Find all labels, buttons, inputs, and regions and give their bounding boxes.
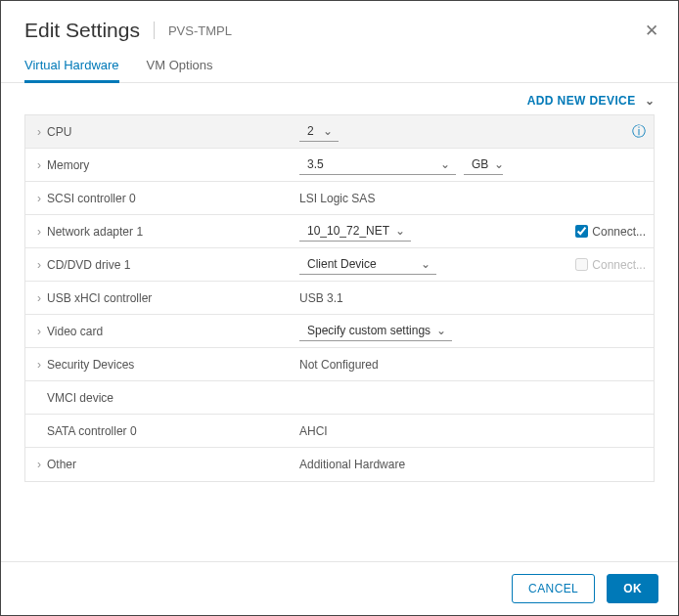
- chevron-right-icon[interactable]: ›: [31, 192, 47, 205]
- dialog-subtitle: PVS-TMPL: [168, 23, 232, 38]
- row-label: VMCI device: [47, 391, 299, 405]
- row-other: › Other Additional Hardware: [25, 448, 654, 481]
- network-connect-wrap: Connect...: [575, 225, 646, 239]
- row-network: › Network adapter 1 10_10_72_NET ⌄ Conne…: [25, 215, 654, 248]
- memory-unit-select[interactable]: GB ⌄: [464, 154, 503, 175]
- dialog-footer: CANCEL OK: [1, 561, 678, 615]
- chevron-down-icon: ⌄: [395, 224, 405, 238]
- divider: [154, 22, 155, 39]
- usb-value: USB 3.1: [299, 291, 343, 305]
- cd-connect-checkbox: [575, 258, 588, 271]
- chevron-right-icon[interactable]: ›: [31, 458, 47, 471]
- video-select[interactable]: Specify custom settings ⌄: [299, 321, 452, 341]
- network-select[interactable]: 10_10_72_NET ⌄: [299, 221, 411, 242]
- chevron-right-icon[interactable]: ›: [31, 158, 47, 172]
- row-cd: › CD/DVD drive 1 Client Device ⌄ Connect…: [25, 248, 654, 282]
- chevron-down-icon: ⌄: [323, 124, 333, 138]
- network-connect-label: Connect...: [592, 225, 646, 239]
- info-icon[interactable]: ⓘ: [632, 123, 646, 141]
- action-bar: ADD NEW DEVICE ⌄: [1, 83, 678, 114]
- row-label: Video card: [47, 325, 299, 338]
- tab-virtual-hardware[interactable]: Virtual Hardware: [24, 58, 119, 83]
- cd-value: Client Device: [307, 257, 377, 271]
- row-label: Network adapter 1: [47, 225, 299, 239]
- spacer: [1, 482, 678, 561]
- memory-value: 3.5: [307, 157, 324, 171]
- chevron-down-icon: ⌄: [494, 157, 504, 171]
- tabbar: Virtual Hardware VM Options: [1, 48, 678, 83]
- row-sata: SATA controller 0 AHCI: [25, 415, 654, 448]
- chevron-right-icon[interactable]: ›: [31, 325, 47, 338]
- cancel-button[interactable]: CANCEL: [512, 574, 595, 603]
- row-vmci: VMCI device: [25, 381, 654, 415]
- row-label: Other: [47, 458, 299, 471]
- cd-connect-label: Connect...: [592, 258, 646, 272]
- chevron-down-icon: ⌄: [421, 257, 430, 271]
- cpu-value: 2: [307, 124, 314, 138]
- scsi-value: LSI Logic SAS: [299, 192, 375, 205]
- dialog-title: Edit Settings: [24, 19, 140, 42]
- cd-select[interactable]: Client Device ⌄: [299, 254, 436, 275]
- row-label: SATA controller 0: [47, 424, 299, 438]
- chevron-down-icon: ⌄: [440, 157, 450, 171]
- chevron-right-icon[interactable]: ›: [31, 225, 47, 239]
- dialog-header: Edit Settings PVS-TMPL ✕: [1, 1, 678, 48]
- security-value: Not Configured: [299, 358, 379, 372]
- row-label: Security Devices: [47, 358, 299, 372]
- row-cpu: › CPU 2 ⌄ ⓘ: [25, 115, 654, 149]
- row-scsi: › SCSI controller 0 LSI Logic SAS: [25, 182, 654, 215]
- row-video: › Video card Specify custom settings ⌄: [25, 315, 654, 348]
- row-label: Memory: [47, 158, 299, 172]
- memory-value-select[interactable]: 3.5 ⌄: [299, 154, 456, 175]
- ok-button[interactable]: OK: [607, 574, 658, 603]
- row-usb: › USB xHCI controller USB 3.1: [25, 282, 654, 315]
- chevron-right-icon[interactable]: ›: [31, 258, 47, 272]
- network-value: 10_10_72_NET: [307, 224, 389, 238]
- add-new-device-button[interactable]: ADD NEW DEVICE ⌄: [527, 94, 655, 108]
- sata-value: AHCI: [299, 424, 328, 438]
- row-label: CPU: [47, 125, 299, 139]
- edit-settings-dialog: Edit Settings PVS-TMPL ✕ Virtual Hardwar…: [0, 0, 679, 616]
- chevron-down-icon: ⌄: [645, 94, 655, 108]
- video-value: Specify custom settings: [307, 324, 430, 337]
- row-label: USB xHCI controller: [47, 291, 299, 305]
- cd-connect-wrap: Connect...: [575, 258, 646, 272]
- chevron-down-icon: ⌄: [436, 324, 446, 337]
- network-connect-checkbox[interactable]: [575, 225, 588, 238]
- row-label: CD/DVD drive 1: [47, 258, 299, 272]
- cpu-select[interactable]: 2 ⌄: [299, 121, 339, 142]
- chevron-right-icon[interactable]: ›: [31, 125, 47, 139]
- row-memory: › Memory 3.5 ⌄ GB ⌄: [25, 149, 654, 182]
- close-icon[interactable]: ✕: [645, 22, 658, 39]
- chevron-right-icon[interactable]: ›: [31, 358, 47, 372]
- row-label: SCSI controller 0: [47, 192, 299, 205]
- other-value: Additional Hardware: [299, 458, 405, 471]
- tab-vm-options[interactable]: VM Options: [147, 58, 213, 82]
- chevron-right-icon[interactable]: ›: [31, 291, 47, 305]
- hardware-list: › CPU 2 ⌄ ⓘ › Memory 3.5 ⌄ GB ⌄: [24, 114, 655, 482]
- row-security: › Security Devices Not Configured: [25, 348, 654, 381]
- add-new-device-label: ADD NEW DEVICE: [527, 94, 636, 108]
- memory-unit: GB: [472, 157, 488, 171]
